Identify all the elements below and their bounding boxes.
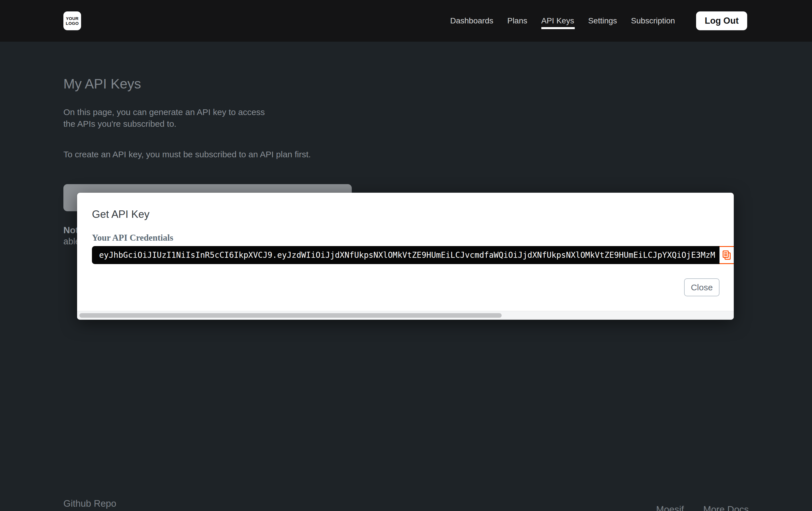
get-api-key-modal: Get API Key Your API Credentials eyJhbGc… bbox=[77, 193, 734, 320]
page-title: My API Keys bbox=[63, 76, 141, 92]
modal-title: Get API Key bbox=[92, 209, 150, 220]
nav-item-settings[interactable]: Settings bbox=[588, 16, 617, 25]
logout-button[interactable]: Log Out bbox=[696, 11, 747, 30]
modal-close-button[interactable]: Close bbox=[684, 278, 720, 296]
horizontal-scrollbar-track[interactable] bbox=[77, 311, 734, 320]
horizontal-scrollbar-thumb[interactable] bbox=[79, 313, 502, 318]
intro-text-line2: the APIs you're subscribed to. bbox=[63, 118, 265, 130]
api-key-value[interactable]: eyJhbGciOiJIUzI1NiIsInR5cCI6IkpXVCJ9.eyJ… bbox=[92, 246, 720, 264]
nav-item-dashboards[interactable]: Dashboards bbox=[450, 16, 493, 25]
footer-link-more-docs[interactable]: More Docs bbox=[703, 504, 749, 511]
api-key-row: eyJhbGciOiJIUzI1NiIsInR5cCI6IkpXVCJ9.eyJ… bbox=[92, 246, 734, 264]
brand-logo[interactable]: YOUR LOGO bbox=[63, 11, 81, 30]
nav-item-api-keys[interactable]: API Keys bbox=[541, 16, 574, 25]
brand-logo-line1: YOUR bbox=[66, 16, 79, 21]
copy-api-key-button[interactable] bbox=[720, 246, 734, 264]
brand-logo-line2: LOGO bbox=[66, 21, 79, 26]
covered-note-line1: Not bbox=[63, 225, 79, 236]
footer-link-github-repo[interactable]: Github Repo bbox=[63, 498, 116, 509]
intro-text-line1: On this page, you can generate an API ke… bbox=[63, 106, 265, 118]
nav-item-plans[interactable]: Plans bbox=[508, 16, 527, 25]
intro-text: On this page, you can generate an API ke… bbox=[63, 106, 265, 130]
subscribe-note: To create an API key, you must be subscr… bbox=[63, 150, 311, 159]
nav-links: Dashboards Plans API Keys Settings Subsc… bbox=[450, 11, 747, 30]
footer-link-moesif[interactable]: Moesif bbox=[656, 504, 684, 511]
nav-item-subscription[interactable]: Subscription bbox=[631, 16, 675, 25]
copy-icon bbox=[721, 249, 732, 261]
api-credentials-label: Your API Credentials bbox=[92, 233, 173, 243]
top-navbar: YOUR LOGO Dashboards Plans API Keys Sett… bbox=[0, 0, 812, 42]
